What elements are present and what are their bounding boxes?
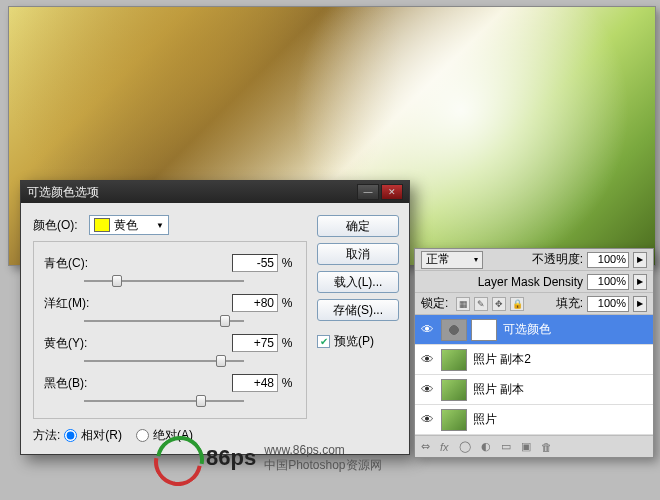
color-value: 黄色 [114, 217, 138, 234]
layer-row[interactable]: 👁可选颜色 [415, 315, 653, 345]
color-select[interactable]: 黄色 ▼ [89, 215, 169, 235]
layer-name: 照片 副本2 [473, 351, 531, 368]
lock-move-icon[interactable]: ✥ [492, 297, 506, 311]
visibility-icon[interactable]: 👁 [419, 412, 435, 427]
close-button[interactable]: ✕ [381, 184, 403, 200]
layer-row[interactable]: 👁照片 副本 [415, 375, 653, 405]
check-icon: ✔ [317, 335, 330, 348]
adjustment-thumb [441, 319, 467, 341]
watermark: 86ps www.86ps.com 中国Photoshop资源网 [150, 436, 382, 480]
selective-color-dialog: 可选颜色选项 — ✕ 颜色(O): 黄色 ▼ 青色(C): % [20, 180, 410, 455]
fx-icon[interactable]: fx [440, 441, 449, 453]
cyan-input[interactable] [232, 254, 278, 272]
lock-brush-icon[interactable]: ✎ [474, 297, 488, 311]
layer-row[interactable]: 👁照片 [415, 405, 653, 435]
watermark-tagline: 中国Photoshop资源网 [264, 457, 381, 474]
fill-label: 填充: [556, 295, 583, 312]
relative-radio[interactable] [64, 429, 77, 442]
dialog-titlebar[interactable]: 可选颜色选项 — ✕ [21, 181, 409, 203]
fill-input[interactable]: 100% [587, 296, 629, 312]
logo-icon [150, 436, 198, 480]
lock-transparent-icon[interactable]: ▦ [456, 297, 470, 311]
visibility-icon[interactable]: 👁 [419, 352, 435, 367]
layer-row[interactable]: 👁照片 副本2 [415, 345, 653, 375]
link-icon[interactable]: ⇔ [421, 440, 430, 453]
density-label: Layer Mask Density [478, 275, 583, 289]
fill-flyout[interactable]: ▶ [633, 296, 647, 312]
opacity-input[interactable]: 100% [587, 252, 629, 268]
pct-label: % [278, 256, 296, 270]
layer-name: 照片 副本 [473, 381, 524, 398]
watermark-url: www.86ps.com [264, 443, 381, 457]
layer-name: 可选颜色 [503, 321, 551, 338]
load-button[interactable]: 载入(L)... [317, 271, 399, 293]
folder-icon[interactable]: ▭ [501, 440, 511, 453]
blend-mode-select[interactable]: 正常 ▾ [421, 251, 483, 269]
relative-label: 相对(R) [81, 427, 122, 444]
save-button[interactable]: 存储(S)... [317, 299, 399, 321]
cancel-button[interactable]: 取消 [317, 243, 399, 265]
preview-label: 预览(P) [334, 333, 374, 350]
minimize-button[interactable]: — [357, 184, 379, 200]
density-flyout[interactable]: ▶ [633, 274, 647, 290]
absolute-radio[interactable] [136, 429, 149, 442]
layer-thumb [441, 379, 467, 401]
lock-all-icon[interactable]: 🔒 [510, 297, 524, 311]
method-label: 方法: [33, 427, 60, 444]
yellow-slider[interactable] [84, 354, 244, 368]
color-swatch [94, 218, 110, 232]
color-label: 颜色(O): [33, 217, 89, 234]
cyan-label: 青色(C): [44, 255, 100, 272]
mask-icon[interactable]: ◯ [459, 440, 471, 453]
visibility-icon[interactable]: 👁 [419, 322, 435, 337]
layer-thumb [441, 409, 467, 431]
opacity-flyout[interactable]: ▶ [633, 252, 647, 268]
black-input[interactable] [232, 374, 278, 392]
magenta-input[interactable] [232, 294, 278, 312]
new-layer-icon[interactable]: ▣ [521, 440, 531, 453]
black-label: 黑色(B): [44, 375, 100, 392]
layers-panel: 正常 ▾ 不透明度: 100% ▶ Layer Mask Density 100… [414, 248, 654, 458]
ok-button[interactable]: 确定 [317, 215, 399, 237]
opacity-label: 不透明度: [532, 251, 583, 268]
layer-thumb [441, 349, 467, 371]
black-slider[interactable] [84, 394, 244, 408]
dialog-title: 可选颜色选项 [27, 184, 99, 201]
layer-list: 👁可选颜色👁照片 副本2👁照片 副本👁照片 [415, 315, 653, 435]
layers-footer: ⇔ fx ◯ ◐ ▭ ▣ 🗑 [415, 435, 653, 457]
visibility-icon[interactable]: 👁 [419, 382, 435, 397]
layer-name: 照片 [473, 411, 497, 428]
yellow-label: 黄色(Y): [44, 335, 100, 352]
chevron-down-icon: ▼ [156, 221, 164, 230]
mask-thumb [471, 319, 497, 341]
yellow-input[interactable] [232, 334, 278, 352]
watermark-name: 86ps [206, 445, 256, 471]
trash-icon[interactable]: 🗑 [541, 441, 552, 453]
preview-checkbox[interactable]: ✔ 预览(P) [317, 333, 399, 350]
lock-label: 锁定: [421, 295, 448, 312]
chevron-down-icon: ▾ [474, 255, 478, 264]
cyan-slider[interactable] [84, 274, 244, 288]
magenta-slider[interactable] [84, 314, 244, 328]
density-input[interactable]: 100% [587, 274, 629, 290]
sliders-group: 青色(C): % 洋红(M): % 黄色(Y): % [33, 241, 307, 419]
adjustment-icon[interactable]: ◐ [481, 440, 491, 453]
blend-value: 正常 [426, 251, 450, 268]
magenta-label: 洋红(M): [44, 295, 100, 312]
